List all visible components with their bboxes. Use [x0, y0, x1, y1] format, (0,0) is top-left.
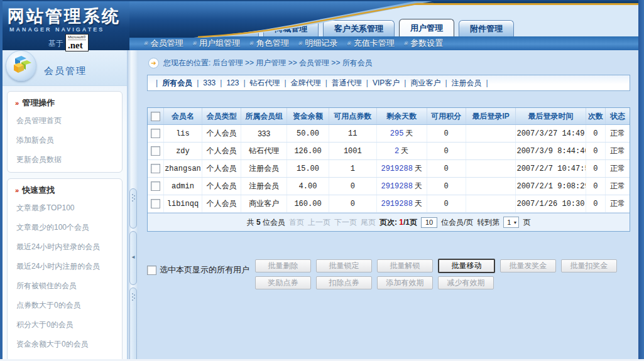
members-table-container: 会员名 会员类型 所属会员组 资金余额 可用点券数 剩余天数 可用积分 最后登录…	[147, 107, 630, 232]
based-on-label: 基于	[48, 38, 63, 49]
sidebar-item-registered-24h[interactable]: 最近24小时内注册的会员	[15, 257, 114, 276]
filter-vip-customer[interactable]: VIP客户	[373, 78, 400, 89]
next-page-link[interactable]: 下一页	[334, 217, 357, 228]
main-tabs: 我的工作台 内容管理 商城管理 客户关系管理 用户管理 附件管理	[136, 18, 514, 36]
splitter-grip[interactable]	[129, 188, 137, 229]
cell-username: zdy	[163, 143, 202, 160]
splitter-grip[interactable]	[129, 288, 137, 361]
batch-award-bonus-button[interactable]: 批量发奖金	[500, 259, 556, 272]
submenu-role-mgmt[interactable]: ※角色管理	[249, 38, 289, 49]
cell-member-group: 注册会员	[241, 178, 287, 195]
sidebar-item-coupons-gt0[interactable]: 点券数大于0的会员	[15, 296, 114, 315]
cell-last-login-ip	[466, 195, 516, 213]
col-coupons: 可用点券数	[329, 108, 376, 125]
row-checkbox[interactable]	[151, 181, 160, 191]
table-row: lis 个人会员 333 50.00 11 295天 0 2007/3/27 1…	[148, 125, 630, 143]
tab-user-mgmt[interactable]: 用户管理	[399, 19, 454, 36]
sidebar-item-locked-members[interactable]: 所有被锁住的会员	[15, 276, 114, 296]
cell-status: 正常	[606, 195, 630, 213]
cell-days-left: 2919288天	[376, 178, 427, 195]
filter-normal-agent[interactable]: 普通代理	[332, 78, 362, 89]
submenu-detail-records[interactable]: ※明细记录	[298, 38, 338, 49]
cell-last-login-time: 2007/2/1 9:08:29	[516, 178, 586, 195]
per-page-input[interactable]	[421, 217, 437, 228]
cell-coupons: 1	[329, 160, 376, 178]
batch-unlock-button[interactable]: 批量解锁	[377, 259, 433, 272]
sidebar-item-balance-gt0[interactable]: 资金余额大于0的会员	[15, 335, 114, 354]
sidebar-item-login-24h[interactable]: 最近24小时内登录的会员	[15, 237, 114, 257]
tab-attachment-mgmt[interactable]: 附件管理	[459, 20, 514, 36]
filter-registered-member[interactable]: 注册会员	[452, 78, 482, 89]
tab-my-workbench[interactable]: 我的工作台	[136, 20, 199, 36]
filter-all-members[interactable]: 所有会员	[162, 78, 192, 89]
filter-diamond-agent[interactable]: 钻石代理	[250, 78, 280, 89]
cell-balance: 15.00	[287, 160, 329, 178]
add-validity-button[interactable]: 添加有效期	[377, 276, 433, 289]
cell-username: libinqq	[163, 195, 202, 213]
last-page-link[interactable]: 尾页	[361, 217, 376, 228]
col-member-group: 所属会员组	[241, 108, 287, 125]
cell-coupons: 1001	[329, 143, 376, 160]
batch-lock-button[interactable]: 批量锁定	[316, 259, 372, 272]
submenu-usergroup-mgmt[interactable]: ※用户组管理	[192, 38, 241, 49]
bullet-icon: ※	[298, 40, 303, 46]
sidebar-item-points-gt0[interactable]: 积分大于0的会员	[15, 315, 114, 335]
filter-gold-agent[interactable]: 金牌代理	[291, 78, 321, 89]
row-checkbox[interactable]	[151, 129, 160, 138]
cell-member-type: 个人会员	[202, 195, 241, 213]
sidebar-item-least-100-members[interactable]: 文章最少的100个会员	[15, 218, 114, 237]
sidebar-item-balance-le0[interactable]: 资金余额小于等于0的会员	[15, 354, 114, 359]
prev-page-link[interactable]: 上一页	[308, 217, 330, 228]
col-times: 次数	[586, 108, 605, 125]
cell-status: 正常	[606, 160, 630, 178]
submenu-recharge-card[interactable]: ※充值卡管理	[346, 38, 395, 49]
batch-buttons: 批量删除 批量锁定 批量解锁 批量移动 批量发奖金 批量扣奖金 奖励点券 扣除点…	[255, 259, 630, 293]
tab-content-mgmt[interactable]: 内容管理	[204, 20, 259, 36]
reduce-validity-button[interactable]: 减少有效期	[438, 276, 494, 289]
row-checkbox[interactable]	[151, 164, 160, 173]
select-all-header-checkbox[interactable]	[148, 108, 163, 125]
splitter-collapse-button[interactable]: ◄	[129, 231, 137, 285]
row-checkbox[interactable]	[151, 146, 160, 156]
cell-last-login-time: 2007/2/7 10:47:53	[516, 160, 586, 178]
sidebar-item-top100-articles[interactable]: 文章最多TOP100	[15, 198, 114, 218]
filter-business-customer[interactable]: 商业客户	[410, 78, 440, 89]
cell-username: zhangsan	[163, 160, 202, 178]
cell-balance: 4.00	[287, 178, 329, 195]
collapse-left-icon: ◄	[131, 254, 136, 260]
per-page-label: 位会员/页	[441, 217, 473, 228]
sidebar-item-member-home[interactable]: 会员管理首页	[15, 111, 114, 131]
tab-mall-mgmt[interactable]: 商城管理	[263, 20, 319, 36]
batch-deduct-bonus-button[interactable]: 批量扣奖金	[561, 259, 617, 272]
goto-page-select[interactable]: 1 ▼	[503, 217, 519, 228]
tab-crm[interactable]: 客户关系管理	[323, 20, 395, 36]
cell-times: 0	[586, 195, 605, 213]
cell-times: 0	[586, 178, 605, 195]
row-checkbox[interactable]	[151, 199, 160, 208]
submenu-member-mgmt[interactable]: ※会员管理	[143, 38, 183, 49]
checkbox-icon[interactable]	[151, 112, 160, 121]
batch-move-button[interactable]: 批量移动	[438, 259, 495, 273]
cell-days-left: 2919288天	[376, 195, 427, 213]
submenu-param-settings[interactable]: ※参数设置	[403, 38, 444, 49]
col-days-left: 剩余天数	[376, 108, 427, 125]
sidebar-item-add-member[interactable]: 添加新会员	[15, 131, 114, 150]
select-all-row[interactable]: 选中本页显示的所有用户	[147, 259, 255, 276]
deduct-coupons-button[interactable]: 扣除点券	[316, 276, 372, 289]
dropdown-arrow-icon: ▼	[513, 220, 517, 225]
award-coupons-button[interactable]: 奖励点券	[255, 276, 311, 289]
sidebar-item-update-member-data[interactable]: 更新会员数据	[15, 150, 114, 170]
select-all-checkbox[interactable]	[147, 266, 156, 275]
col-username: 会员名	[163, 108, 202, 125]
cell-member-group: 商业客户	[241, 195, 287, 213]
bullet-icon: ※	[249, 40, 254, 46]
batch-delete-button[interactable]: 批量删除	[255, 259, 311, 272]
cell-coupons: 0	[329, 178, 376, 195]
sidebar-title: 会员管理	[44, 65, 87, 77]
filter-333[interactable]: 333	[203, 78, 216, 87]
first-page-link[interactable]: 首页	[289, 217, 304, 228]
bullet-icon: ※	[346, 40, 351, 46]
sidebar-splitter[interactable]: ◄	[128, 49, 138, 359]
filter-123[interactable]: 123	[226, 78, 239, 87]
page-indicator: 页次: 1/1页	[379, 217, 417, 228]
